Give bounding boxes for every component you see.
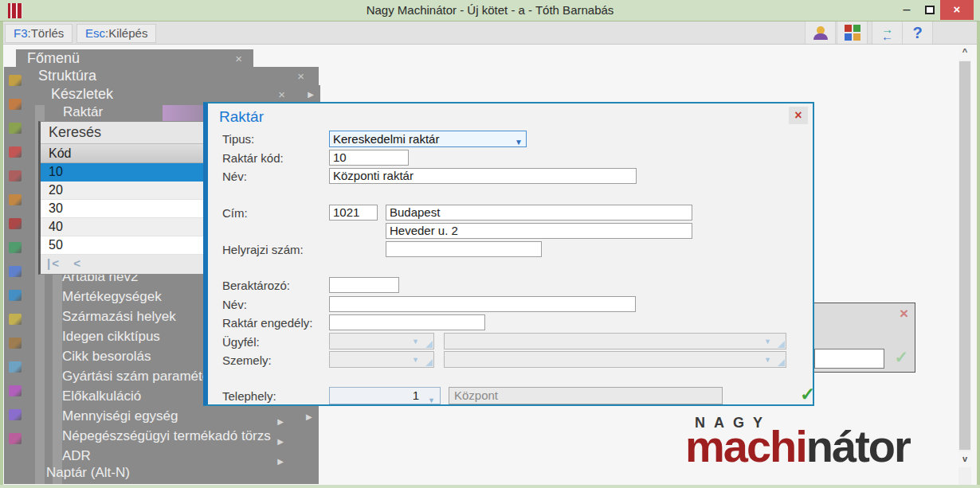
szemely-code-combo[interactable]: ▼ <box>329 351 434 368</box>
rail-icon[interactable] <box>9 170 22 182</box>
submenu-arrow-icon: ▶ <box>277 452 284 471</box>
scrollbar-thumb[interactable] <box>959 61 970 450</box>
menu-panel-keszletek[interactable]: Készletek × ▶ <box>40 85 320 103</box>
rail-icon[interactable] <box>9 433 22 444</box>
rail-icon[interactable] <box>9 266 22 277</box>
table-row-selected[interactable]: 10 <box>41 163 205 182</box>
cim-zip-input[interactable]: 1021 <box>329 205 378 221</box>
modules-button[interactable] <box>837 21 868 44</box>
rail-icon[interactable] <box>9 99 22 110</box>
menu-panel-raktar-label: Raktár <box>63 104 103 120</box>
scroll-down-icon[interactable]: v <box>958 451 971 467</box>
minimize-button[interactable]: – <box>896 2 918 20</box>
menu-item-adr[interactable]: ADR▶ <box>62 447 301 467</box>
menu-panel-fomenu[interactable]: Főmenü × <box>16 49 253 68</box>
cim-street-input[interactable]: Heveder u. 2 <box>386 223 692 239</box>
icon-rail <box>4 67 27 484</box>
rail-icon[interactable] <box>9 409 22 420</box>
chevron-down-icon: ▼ <box>515 135 523 150</box>
ugyfel-code-combo[interactable]: ▼ <box>329 333 434 349</box>
rail-icon[interactable] <box>9 290 22 301</box>
maximize-button[interactable] <box>919 2 940 20</box>
delete-key-hint: F3 <box>14 26 28 40</box>
table-row[interactable]: 20 <box>41 182 205 200</box>
popup-input[interactable] <box>814 349 884 369</box>
beraktarozo-input[interactable] <box>329 277 399 293</box>
exit-label: Kilépés <box>108 26 147 40</box>
menu-item-naptar[interactable]: Naptár (Alt-N) <box>46 465 130 481</box>
titlebar: Nagy Machinátor - Új kötet - a - Tóth Ba… <box>0 0 980 21</box>
rail-icon[interactable] <box>9 338 22 349</box>
nev-label: Név: <box>222 170 247 183</box>
delete-button[interactable]: F3:Törlés <box>5 24 73 43</box>
help-button[interactable]: ? <box>902 21 933 44</box>
dialog-close-button[interactable]: × <box>789 107 808 124</box>
nev-input[interactable]: Központi raktár <box>329 168 637 184</box>
table-row[interactable]: 30 <box>41 200 205 218</box>
ugyfel-name-combo[interactable]: ▼ <box>444 333 786 349</box>
rail-icon[interactable] <box>9 361 22 373</box>
menu-panel-keszletek-label: Készletek <box>51 86 113 103</box>
rail-icon[interactable] <box>9 123 22 134</box>
help-icon: ? <box>912 24 922 42</box>
szemely-label: Szemely: <box>222 353 272 367</box>
nev2-input[interactable] <box>329 296 636 312</box>
close-icon[interactable]: × <box>297 69 304 83</box>
chevron-down-icon: ▼ <box>764 356 771 364</box>
menu-item-nepegeszsegugyi[interactable]: Népegészségügyi termékadó törzs▶ <box>62 427 301 447</box>
close-icon[interactable]: × <box>900 305 908 322</box>
window-title: Nagy Machinátor - Új kötet - a - Tóth Ba… <box>0 3 980 17</box>
rail-icon[interactable] <box>9 242 22 253</box>
rail-icon[interactable] <box>9 75 22 86</box>
prev-page-icon[interactable]: < <box>73 256 82 270</box>
menu-panel-fomenu-label: Főmenü <box>27 50 80 67</box>
vertical-scrollbar[interactable]: ^ v <box>958 45 971 485</box>
window-border-bottom <box>0 485 980 488</box>
rail-icon[interactable] <box>9 385 22 396</box>
toolbar: F3:Törlés Esc:Kilépés →← ? <box>0 21 980 45</box>
app-window: Nagy Machinátor - Új kötet - a - Tóth Ba… <box>0 0 980 488</box>
exit-button[interactable]: Esc:Kilépés <box>76 24 156 43</box>
rail-icon[interactable] <box>9 314 22 325</box>
user-button[interactable] <box>805 21 836 44</box>
transfer-button[interactable]: →← <box>872 21 903 44</box>
close-icon[interactable]: × <box>235 52 242 65</box>
telephely-site-field[interactable]: Központ <box>449 387 723 404</box>
szemely-name-combo[interactable]: ▼ <box>444 351 786 368</box>
check-icon[interactable]: ✓ <box>894 348 908 367</box>
brand-logo-word-top: NAGY <box>695 415 771 431</box>
telephely-value: 1 <box>413 388 419 402</box>
menu-item-mennyisegi-egyseg[interactable]: Mennyiségi egység▶ <box>62 407 301 427</box>
raktar-dialog: Raktár × Tipus: Kereskedelmi raktár ▼ Ra… <box>203 102 814 406</box>
table-row[interactable]: 40 <box>41 218 205 236</box>
raktar-engedely-input[interactable] <box>329 314 485 330</box>
brand-logo-dark: nátor <box>806 421 910 471</box>
delete-label: Törlés <box>31 26 65 40</box>
chevron-down-icon: ▼ <box>412 356 419 364</box>
apps-grid-icon <box>845 25 860 41</box>
tipus-dropdown[interactable]: Kereskedelmi raktár ▼ <box>329 131 527 147</box>
cim-city-input[interactable]: Budapest <box>386 205 692 221</box>
rail-icon[interactable] <box>9 218 22 229</box>
chevron-down-icon: ▼ <box>764 338 771 346</box>
close-button[interactable]: × <box>940 0 974 20</box>
table-row[interactable]: 50 <box>41 236 205 255</box>
helyrajzi-label: Helyrajzi szám: <box>222 243 304 256</box>
user-icon <box>813 26 829 40</box>
scroll-up-icon[interactable]: ^ <box>958 45 971 61</box>
highlight-bar <box>163 105 206 121</box>
transfer-arrows-icon: →← <box>881 25 893 40</box>
raktar-kod-input[interactable]: 10 <box>329 150 409 166</box>
rail-icon[interactable] <box>9 194 22 205</box>
telephely-combo[interactable]: 1 ▼ <box>329 387 441 404</box>
menu-panel-struktura-label: Struktúra <box>38 68 96 84</box>
first-page-icon[interactable]: |< <box>47 256 61 270</box>
close-icon[interactable]: × <box>278 88 285 101</box>
rail-icon[interactable] <box>9 146 22 158</box>
ugyfel-label: Ügyfél: <box>222 335 260 349</box>
confirm-check-icon[interactable]: ✓ <box>800 384 815 405</box>
background-popup: × ✓ <box>813 303 915 373</box>
cim-label: Cím: <box>222 206 248 220</box>
helyrajzi-input[interactable] <box>386 241 542 257</box>
column-header-kod[interactable]: Kód <box>41 144 205 163</box>
